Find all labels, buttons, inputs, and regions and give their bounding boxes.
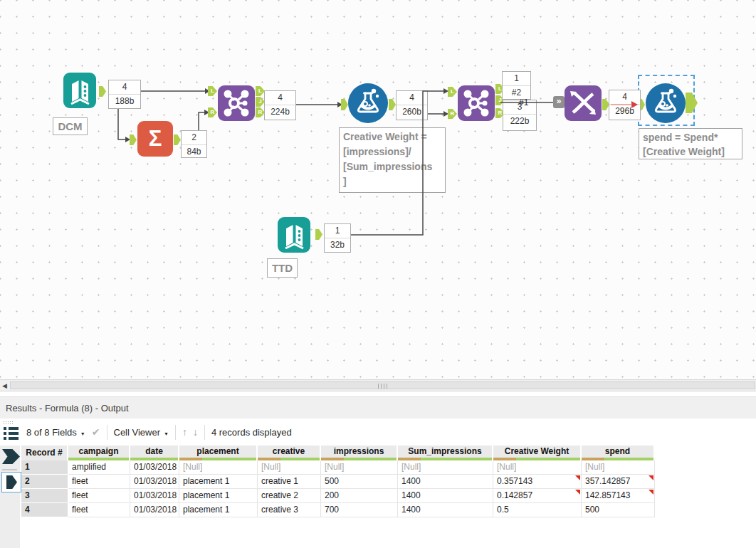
column-header-sum-impressions[interactable]: Sum_impressions: [398, 446, 493, 460]
column-header-creative-weight[interactable]: Creative Weight: [493, 446, 582, 460]
table-cell-null[interactable]: [Null]: [398, 460, 493, 475]
output-anchor-icon: [6, 475, 17, 489]
table-cell[interactable]: 01/03/2018: [130, 503, 179, 517]
table-cell-truncated[interactable]: 357.142857: [582, 475, 655, 489]
results-menu-button[interactable]: [4, 427, 19, 442]
toolbar-separator: [107, 425, 107, 440]
wireless-connection-icon[interactable]: »: [553, 96, 565, 108]
record-number-cell[interactable]: 3: [21, 489, 68, 503]
column-header-date[interactable]: date: [130, 446, 179, 460]
table-cell[interactable]: 1400: [398, 489, 493, 503]
results-panel-title: Results - Formula (8) - Output: [0, 396, 756, 418]
connection-number-label: #1: [519, 98, 528, 107]
column-header-impressions[interactable]: impressions: [321, 446, 398, 460]
alteryx-designer-window: 4 188b DCM Σ 2 84b: [0, 0, 756, 548]
record-number-cell[interactable]: 1: [21, 460, 68, 475]
table-cell-truncated[interactable]: 0.357143: [493, 475, 582, 489]
connections-overlay-layer: [0, 0, 756, 379]
table-cell[interactable]: amplified: [68, 460, 130, 475]
table-cell[interactable]: 1400: [398, 503, 493, 517]
scrollbar-grip: [378, 384, 387, 389]
column-header-spend[interactable]: spend: [582, 446, 655, 460]
table-cell[interactable]: placement 1: [179, 489, 258, 503]
table-cell[interactable]: 0.5: [493, 503, 582, 517]
results-toolbar: 8 of 8 Fields▼ ✔ Cell Viewer▼ ↑ ↓ 4 reco…: [0, 418, 756, 446]
rail-divider: [2, 469, 17, 470]
record-number-cell[interactable]: 4: [21, 503, 68, 517]
table-cell[interactable]: fleet: [68, 489, 130, 503]
table-cell[interactable]: 1400: [398, 475, 493, 489]
table-cell[interactable]: 01/03/2018: [130, 475, 179, 489]
table-cell[interactable]: 500: [582, 503, 655, 517]
truncated-value-flag: [575, 475, 580, 480]
record-number-cell[interactable]: 2: [21, 475, 68, 489]
cell-viewer-dropdown[interactable]: Cell Viewer▼: [114, 427, 169, 438]
table-cell[interactable]: placement 1: [179, 475, 258, 489]
table-cell[interactable]: fleet: [68, 475, 130, 489]
panel-drag-grip[interactable]: [3, 421, 14, 425]
table-cell-truncated[interactable]: 142.857143: [582, 489, 655, 503]
table-cell-null[interactable]: [Null]: [321, 460, 398, 475]
apply-check-icon[interactable]: ✔: [92, 426, 100, 438]
truncated-value-flag: [649, 490, 653, 495]
scrollbar-thumb[interactable]: [10, 381, 755, 389]
table-cell[interactable]: creative 2: [258, 489, 321, 503]
column-header-placement[interactable]: placement: [179, 446, 258, 460]
toolbar-items: 8 of 8 Fields▼ ✔ Cell Viewer▼ ↑ ↓ 4 reco…: [26, 424, 292, 440]
truncated-value-flag: [575, 490, 580, 495]
table-cell-null[interactable]: [Null]: [493, 460, 582, 475]
table-cell-null[interactable]: [Null]: [582, 460, 655, 475]
table-cell[interactable]: 200: [321, 489, 398, 503]
table-cell-truncated[interactable]: 0.142857: [493, 489, 582, 503]
table-cell-null[interactable]: [Null]: [179, 460, 258, 475]
column-header-record[interactable]: Record #: [21, 446, 68, 460]
fields-dropdown[interactable]: 8 of 8 Fields▼: [26, 427, 85, 438]
table-cell[interactable]: 01/03/2018: [130, 460, 179, 475]
table-cell[interactable]: fleet: [68, 503, 130, 517]
toolbar-separator: [204, 425, 205, 440]
move-down-icon[interactable]: ↓: [193, 426, 198, 438]
move-up-icon[interactable]: ↑: [182, 426, 187, 438]
table-cell[interactable]: 700: [321, 503, 398, 517]
column-header-campaign[interactable]: campaign: [68, 446, 130, 460]
toolbar-separator: [175, 425, 176, 440]
table-cell[interactable]: creative 3: [258, 503, 321, 517]
scroll-left-button[interactable]: ◀: [0, 381, 9, 390]
truncated-value-flag: [649, 475, 653, 480]
output-anchor-button-selected[interactable]: [1, 472, 21, 492]
canvas-horizontal-scrollbar[interactable]: ◀: [0, 379, 756, 391]
table-cell-null[interactable]: [Null]: [258, 460, 321, 475]
chevron-down-icon: ▼: [80, 431, 85, 436]
table-cell[interactable]: 01/03/2018: [130, 489, 179, 503]
chevron-down-icon: ▼: [164, 431, 169, 436]
column-header-creative[interactable]: creative: [258, 446, 321, 460]
table-cell[interactable]: placement 1: [179, 503, 258, 517]
records-displayed-status: 4 records displayed: [211, 427, 292, 438]
workflow-canvas[interactable]: 4 188b DCM Σ 2 84b: [0, 0, 756, 379]
table-cell[interactable]: 500: [321, 475, 398, 489]
table-cell[interactable]: creative 1: [258, 475, 321, 489]
